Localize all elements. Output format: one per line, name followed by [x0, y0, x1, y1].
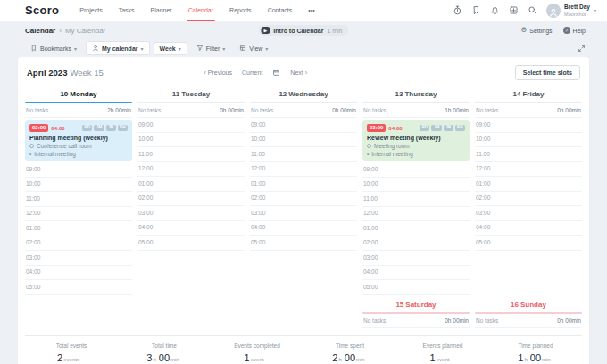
time-slot[interactable]: 02:00 [137, 192, 245, 207]
time-slot[interactable]: 05:00 [25, 280, 132, 295]
intro-video-badge[interactable]: ▶ Intro to Calendar 1 min [259, 25, 349, 36]
next-button[interactable]: Next › [290, 70, 307, 76]
time-slot[interactable]: 01:00 [137, 177, 245, 192]
time-slot[interactable]: 12:00 [475, 162, 582, 178]
search-icon[interactable] [528, 5, 537, 15]
summary-value-unit: min [356, 357, 365, 362]
time-slot[interactable]: 02:00 [250, 192, 357, 207]
summary-value-number: 1 [430, 352, 436, 363]
filter-dropdown[interactable]: Filter ▾ [191, 42, 231, 54]
day-name: Thursday [404, 90, 437, 98]
nav-item[interactable]: Projects [71, 0, 110, 21]
settings-label: Settings [529, 28, 552, 34]
day-number: 16 [511, 301, 519, 309]
bookmarks-dropdown[interactable]: Bookmarks ▾ [25, 42, 82, 54]
time-slot[interactable]: 03:00 [25, 251, 132, 266]
settings-button[interactable]: ⚙ Settings [520, 27, 552, 34]
time-slot[interactable]: 12:00 [250, 162, 357, 178]
day-total-time: 0h 00min [445, 318, 469, 324]
time-slot[interactable]: 03:00 [137, 206, 245, 221]
time-slot[interactable]: 05:00 [250, 236, 357, 251]
time-slot[interactable]: 04:00 [362, 266, 470, 281]
time-slot[interactable]: 03:00 [475, 206, 582, 221]
time-slot[interactable]: 10:00 [475, 133, 582, 148]
time-slot[interactable]: 10:00 [250, 133, 357, 148]
nav-item[interactable]: Planner [143, 0, 180, 21]
time-slot[interactable]: 02:00 [475, 192, 582, 207]
topnav-right: Brett Day Moonshot ▾ [453, 4, 596, 18]
time-slot[interactable]: 04:00 [137, 221, 245, 236]
time-slot[interactable]: 03:00 [250, 206, 357, 221]
scoro-logo[interactable]: Scoro [25, 4, 59, 17]
time-slot[interactable]: 04:00 [25, 266, 132, 281]
time-slot[interactable]: 04:00 [250, 221, 357, 236]
day-summary-row: No tasks 2h 00min [25, 103, 132, 118]
time-slot[interactable]: 04:00 [475, 221, 582, 236]
event-title: Review meeting (weekly) [367, 135, 465, 141]
event-category-row: • Internal meeting [29, 152, 128, 158]
time-slot[interactable]: 05:00 [475, 236, 582, 251]
help-button[interactable]: ? Help [563, 27, 586, 34]
view-dropdown[interactable]: View ▾ [234, 42, 273, 54]
time-slot[interactable]: 01:00 [25, 221, 132, 236]
time-slot[interactable]: 03:00 [362, 251, 470, 266]
time-slot[interactable]: 05:00 [137, 236, 245, 251]
summary-value: 1event [396, 352, 489, 363]
event-card[interactable]: 03:00 04:00 BD JM JN KH [362, 120, 470, 161]
subheader-right: ⚙ Settings ? Help [520, 27, 586, 34]
summary-label: Time spent [304, 343, 396, 349]
summary-value: 1event [211, 352, 304, 363]
current-button[interactable]: Current [242, 70, 262, 76]
user-menu[interactable]: Brett Day Moonshot ▾ [546, 4, 596, 18]
nav-item[interactable]: Reports [221, 0, 260, 21]
nav-item[interactable]: Calendar [180, 0, 221, 21]
time-slot[interactable]: 12:00 [137, 162, 245, 178]
date-picker-icon[interactable] [272, 69, 280, 77]
time-slot[interactable]: 05:00 [362, 280, 470, 295]
chevron-right-icon: › [305, 70, 307, 76]
event-card[interactable]: 02:00 04:00 BD JM JN KH [25, 120, 132, 161]
nav-item[interactable]: Tasks [111, 0, 143, 21]
previous-button[interactable]: ‹ Previous [204, 70, 232, 76]
weekend-day-header: 15Saturday [362, 299, 470, 312]
bookmark-icon[interactable] [471, 5, 481, 15]
time-slot[interactable]: 01:00 [362, 221, 470, 236]
nav-item[interactable]: Contacts [260, 0, 301, 21]
summary-column: Total time 3h00min [118, 343, 211, 363]
time-slot[interactable]: 02:00 [362, 236, 470, 252]
breadcrumb-current[interactable]: My Calendar [65, 27, 105, 35]
chevron-down-icon: ▾ [141, 46, 144, 52]
time-slot[interactable]: 09:00 [250, 118, 357, 133]
time-slot[interactable]: 10:00 [25, 178, 132, 193]
time-slot[interactable]: 09:00 [137, 118, 245, 133]
breadcrumb-root[interactable]: Calendar [25, 27, 55, 35]
time-slot[interactable]: 01:00 [250, 177, 357, 192]
time-slot[interactable]: 11:00 [25, 192, 132, 207]
plus-square-icon[interactable] [509, 5, 519, 15]
time-slot[interactable]: 10:00 [362, 178, 470, 193]
no-tasks-label: No tasks [476, 318, 498, 324]
select-time-slots-button[interactable]: Select time slots [515, 65, 580, 80]
time-slot[interactable]: 09:00 [362, 162, 470, 178]
time-slot[interactable]: 12:00 [362, 207, 470, 222]
nav-item-label: Contacts [268, 7, 293, 13]
time-tracker-icon[interactable] [453, 5, 462, 15]
time-slot[interactable]: 10:00 [137, 133, 245, 148]
time-slot[interactable]: 11:00 [137, 147, 245, 162]
time-slot[interactable]: 01:00 [475, 177, 582, 192]
time-slot[interactable]: 11:00 [362, 192, 470, 207]
time-slot[interactable]: 11:00 [475, 147, 582, 162]
no-tasks-label: No tasks [363, 318, 386, 324]
event-title: Planning meeting (weekly) [29, 135, 128, 141]
time-slot[interactable]: 11:00 [250, 147, 357, 162]
bell-icon[interactable] [490, 5, 500, 15]
time-slot[interactable]: 12:00 [25, 207, 132, 222]
time-slot[interactable]: 02:00 [25, 236, 132, 252]
fullscreen-icon[interactable] [578, 45, 586, 53]
time-slot[interactable]: 09:00 [25, 162, 132, 178]
calendar-select-dropdown[interactable]: My calendar ▾ [86, 41, 149, 55]
nav-more-button[interactable]: ••• [300, 0, 322, 21]
range-dropdown[interactable]: Week ▾ [154, 42, 187, 55]
user-org: Moonshot [564, 12, 590, 17]
time-slot[interactable]: 09:00 [475, 118, 582, 133]
